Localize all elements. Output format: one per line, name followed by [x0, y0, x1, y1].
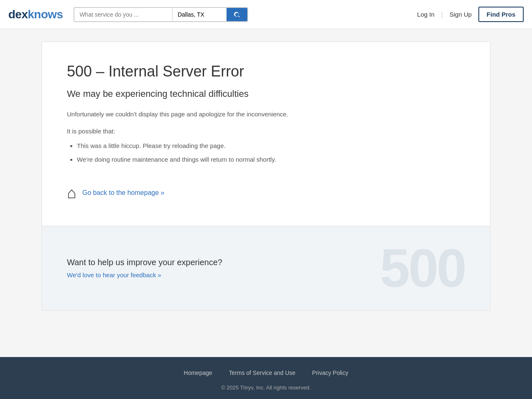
error-title: 500 – Internal Server Error — [67, 63, 465, 80]
logo[interactable]: dexknows — [8, 8, 63, 21]
feedback-left: Want to help us improve your experience?… — [67, 258, 222, 279]
find-pros-button[interactable]: Find Pros — [478, 7, 524, 22]
error-body: 500 – Internal Server Error We may be ex… — [42, 42, 490, 226]
list-item: This was a little hiccup. Please try rel… — [77, 141, 465, 151]
search-button[interactable] — [227, 8, 247, 21]
footer-links: Homepage Terms of Service and Use Privac… — [8, 369, 524, 376]
search-location-input[interactable] — [172, 8, 227, 21]
footer-copyright: © 2025 Thryv, Inc. All rights reserved. — [8, 384, 524, 391]
search-icon — [233, 11, 241, 18]
error-subtitle: We may be experiencing technical difficu… — [67, 89, 465, 99]
site-footer: Homepage Terms of Service and Use Privac… — [0, 357, 532, 399]
home-icon: ⌂ — [67, 185, 76, 201]
footer-privacy-link[interactable]: Privacy Policy — [312, 369, 348, 376]
logo-knows: knows — [28, 8, 63, 21]
footer-tos-link[interactable]: Terms of Service and Use — [229, 369, 296, 376]
feedback-title: Want to help us improve your experience? — [67, 258, 222, 267]
homepage-link[interactable]: Go back to the homepage » — [82, 189, 164, 197]
error-list: This was a little hiccup. Please try rel… — [67, 141, 465, 164]
login-link[interactable]: Log In — [414, 8, 438, 20]
search-form — [74, 7, 248, 22]
search-service-input[interactable] — [74, 8, 172, 21]
feedback-link[interactable]: We'd love to hear your feedback » — [67, 271, 161, 278]
feedback-section: Want to help us improve your experience?… — [42, 226, 490, 310]
header-nav: Log In | Sign Up Find Pros — [414, 7, 524, 22]
signup-link[interactable]: Sign Up — [446, 8, 475, 20]
error-card: 500 – Internal Server Error We may be ex… — [42, 42, 490, 310]
nav-divider: | — [441, 11, 443, 18]
error-description: Unfortunately we couldn't display this p… — [67, 109, 465, 119]
list-item: We're doing routine maintenance and thin… — [77, 155, 465, 165]
site-header: dexknows Log In | Sign Up Find Pros — [0, 0, 532, 29]
main-content: 500 – Internal Server Error We may be ex… — [0, 29, 532, 357]
error-500-bg-text: 500 — [380, 241, 465, 295]
error-possible-label: It is possible that: — [67, 128, 465, 135]
logo-dex: dex — [8, 8, 28, 21]
homepage-link-row: ⌂ Go back to the homepage » — [67, 185, 465, 201]
footer-homepage-link[interactable]: Homepage — [184, 369, 212, 376]
